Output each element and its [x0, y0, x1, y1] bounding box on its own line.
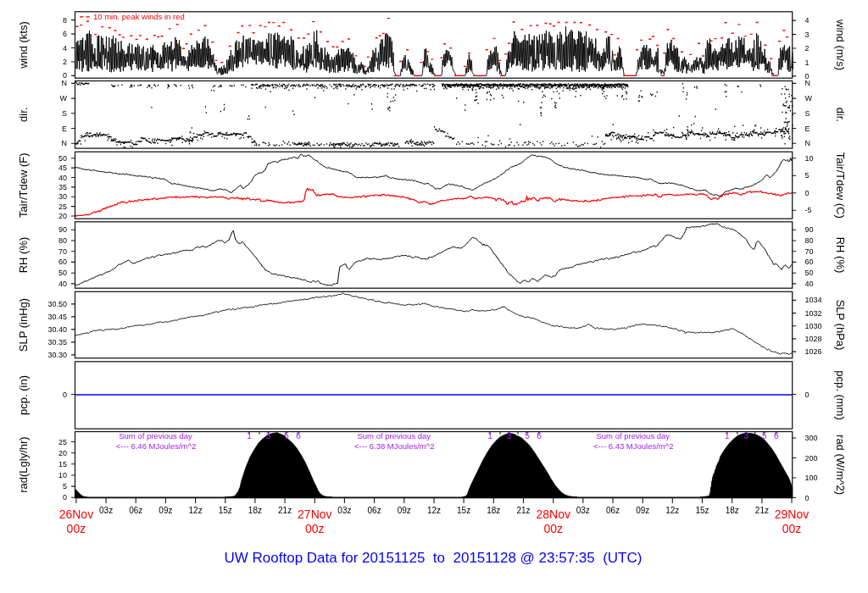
svg-text:0: 0 — [805, 494, 810, 502]
svg-text:29Nov: 29Nov — [775, 507, 809, 521]
svg-text:15z: 15z — [695, 506, 709, 515]
svg-text:30.40: 30.40 — [47, 325, 67, 334]
svg-text:12z: 12z — [665, 506, 679, 515]
svg-text:70: 70 — [58, 247, 67, 256]
svg-text:90: 90 — [58, 225, 67, 234]
svg-text:1034: 1034 — [805, 296, 822, 304]
svg-text:26Nov: 26Nov — [59, 507, 93, 521]
svg-text:40: 40 — [58, 280, 67, 288]
svg-text:wind (m/s): wind (m/s) — [834, 19, 847, 70]
svg-text:5: 5 — [63, 482, 67, 490]
svg-text:1032: 1032 — [805, 309, 822, 318]
svg-text:pcp. (in): pcp. (in) — [17, 375, 30, 415]
svg-text:09z: 09z — [636, 506, 649, 515]
svg-text:dir.: dir. — [17, 108, 30, 122]
svg-text:<--- 6.43 MJoules/m^2: <--- 6.43 MJoules/m^2 — [593, 441, 673, 451]
svg-text:30: 30 — [58, 192, 67, 201]
svg-text:1028: 1028 — [805, 335, 822, 343]
svg-text:RH (%): RH (%) — [834, 237, 847, 274]
svg-text:80: 80 — [805, 236, 814, 245]
svg-text:40: 40 — [805, 280, 814, 288]
svg-text:0: 0 — [805, 391, 810, 399]
svg-text:3: 3 — [805, 30, 810, 39]
svg-text:S: S — [62, 109, 67, 118]
svg-text:06z: 06z — [606, 506, 620, 515]
svg-text:Sum of previous day: Sum of previous day — [596, 431, 670, 441]
svg-text:8: 8 — [63, 16, 67, 25]
svg-text:4: 4 — [63, 44, 67, 53]
svg-text:30.35: 30.35 — [47, 338, 67, 346]
svg-text:21z: 21z — [516, 506, 530, 515]
svg-text:dir.: dir. — [834, 108, 847, 122]
svg-text:30.50: 30.50 — [47, 300, 67, 308]
svg-text:N: N — [805, 139, 811, 147]
svg-text:00z: 00z — [67, 522, 86, 535]
svg-text:Sum of previous day: Sum of previous day — [357, 431, 431, 441]
svg-text:30.30: 30.30 — [47, 351, 67, 359]
svg-text:5: 5 — [762, 431, 767, 441]
svg-text:pcp. (mm): pcp. (mm) — [834, 370, 847, 420]
svg-text:2: 2 — [805, 44, 810, 53]
svg-text:W: W — [805, 94, 813, 103]
svg-text:rad(Lgly/hr): rad(Lgly/hr) — [17, 436, 30, 492]
svg-text:6: 6 — [774, 431, 779, 441]
svg-text:18z: 18z — [248, 506, 262, 515]
svg-text:6: 6 — [296, 431, 301, 441]
svg-text:50: 50 — [805, 269, 814, 277]
svg-text:12z: 12z — [427, 506, 441, 515]
svg-text:0: 0 — [63, 391, 67, 399]
svg-text:70: 70 — [805, 247, 814, 256]
svg-text:1026: 1026 — [805, 347, 822, 356]
svg-text:27Nov: 27Nov — [298, 507, 331, 521]
svg-text:SLP (inHg): SLP (inHg) — [17, 298, 30, 352]
svg-text:SLP (hPa): SLP (hPa) — [834, 300, 847, 351]
svg-text:S: S — [805, 109, 810, 118]
svg-text:<--- 6.46 MJoules/m^2: <--- 6.46 MJoules/m^2 — [116, 441, 196, 451]
svg-text:6: 6 — [537, 431, 542, 441]
svg-text:50: 50 — [58, 269, 67, 277]
svg-text:03z: 03z — [99, 506, 113, 515]
svg-text:1: 1 — [725, 431, 730, 441]
svg-text:18z: 18z — [487, 506, 500, 515]
svg-text:200: 200 — [805, 454, 818, 463]
svg-text:3: 3 — [266, 431, 271, 441]
svg-text:100: 100 — [805, 474, 818, 482]
svg-text:300: 300 — [805, 434, 818, 442]
svg-text:20: 20 — [58, 212, 67, 220]
svg-text:21z: 21z — [278, 506, 292, 515]
svg-text:25: 25 — [58, 202, 67, 211]
svg-text:-5: -5 — [805, 206, 812, 214]
svg-text:wind (kts): wind (kts) — [17, 21, 30, 69]
svg-text:1: 1 — [487, 431, 492, 441]
svg-text:12z: 12z — [189, 506, 203, 515]
svg-text:09z: 09z — [159, 506, 172, 515]
svg-text:10 min. peak winds in red: 10 min. peak winds in red — [93, 12, 185, 21]
svg-text:UW Rooftop Data for 20151125: UW Rooftop Data for 20151125 to 20151128… — [225, 550, 643, 566]
svg-text:1: 1 — [805, 58, 810, 67]
svg-text:03z: 03z — [576, 506, 590, 515]
svg-text:06z: 06z — [129, 506, 142, 515]
svg-text:N: N — [62, 79, 68, 87]
svg-text:15z: 15z — [457, 506, 470, 515]
svg-text:5: 5 — [805, 171, 810, 180]
svg-text:00z: 00z — [543, 522, 563, 535]
svg-text:09z: 09z — [398, 506, 411, 515]
svg-text:10: 10 — [58, 471, 67, 479]
svg-text:00z: 00z — [305, 522, 325, 535]
svg-text:4: 4 — [805, 16, 810, 25]
svg-text:21z: 21z — [755, 506, 769, 515]
svg-text:10: 10 — [805, 154, 814, 163]
svg-text:60: 60 — [58, 258, 67, 266]
svg-text:E: E — [805, 125, 810, 133]
svg-text:Tair/Tdew (F): Tair/Tdew (F) — [17, 152, 30, 218]
svg-text:15z: 15z — [219, 506, 232, 515]
svg-text:Sum of previous day: Sum of previous day — [119, 431, 192, 441]
svg-text:3: 3 — [507, 431, 512, 441]
svg-text:25: 25 — [58, 438, 67, 446]
svg-text:20: 20 — [58, 449, 67, 457]
svg-text:30.45: 30.45 — [47, 313, 67, 321]
svg-text:80: 80 — [58, 236, 67, 245]
svg-text:rad (W/m^2): rad (W/m^2) — [834, 435, 847, 495]
svg-text:90: 90 — [805, 225, 814, 234]
svg-text:1030: 1030 — [805, 322, 822, 330]
